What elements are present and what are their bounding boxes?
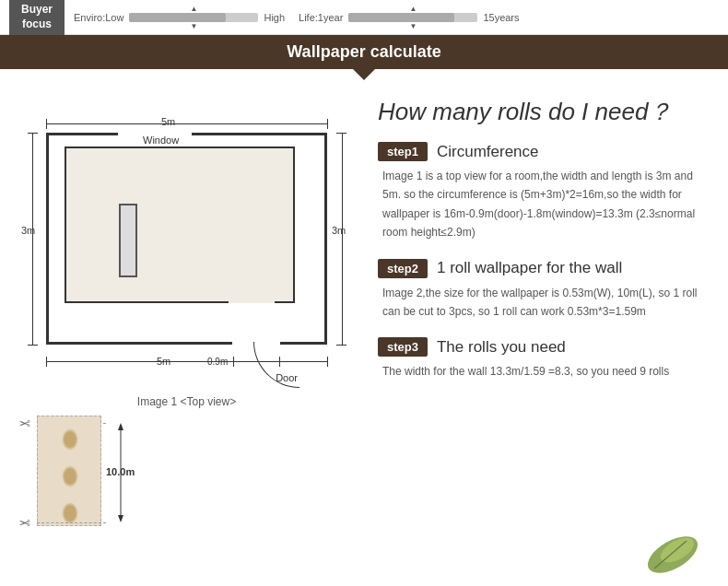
dim-tick-left — [46, 119, 47, 129]
life-slider[interactable] — [348, 13, 477, 22]
step3-section: step3 The rolls you need The width for t… — [378, 337, 714, 381]
section-header: Wallpaper calculate — [0, 35, 728, 69]
dim-tick-rt — [336, 133, 346, 134]
inner-room — [65, 146, 295, 303]
strip-dim-arrow — [115, 423, 126, 522]
dim-right-3m: 3m — [332, 225, 346, 236]
life-15years-label: 15years — [483, 12, 519, 23]
step2-title: 1 roll wallpaper for the wall — [437, 259, 622, 277]
scissors-bottom-icon: ✂ — [18, 515, 30, 532]
life-slider-group: Life:1year ▲ ▼ 15years — [299, 5, 519, 30]
enviro-high-label: High — [264, 12, 285, 23]
step2-badge: step2 — [378, 259, 428, 278]
dim-tick-br — [327, 357, 328, 367]
dim-0-9m: 0.9m — [207, 357, 228, 367]
svg-marker-1 — [118, 423, 123, 430]
enviro-slider[interactable] — [129, 13, 258, 22]
enviro-arrow-down: ▼ — [190, 22, 197, 30]
dim-tick-right — [327, 119, 328, 129]
wallpaper-strip-area: ✂ ✂ 10.0m — [14, 416, 198, 535]
left-object — [119, 204, 137, 277]
step3-header: step3 The rolls you need — [378, 337, 714, 357]
left-panel: 5m 1.8m 3m 3m 5m 0.9m — [0, 82, 369, 586]
life-arrow-up: ▲ — [409, 5, 417, 13]
dim-line-top — [46, 123, 327, 124]
wallpaper-pattern — [38, 416, 100, 525]
life-label: Life:1year — [299, 12, 343, 23]
step1-body: Image 1 is a top view for a room,the wid… — [378, 167, 714, 242]
step2-header: step2 1 roll wallpaper for the wall — [378, 259, 714, 278]
window-label: Window — [143, 135, 179, 146]
decorative-leaf — [627, 518, 700, 577]
step1-header: step1 Circumference — [378, 142, 714, 161]
dim-tick-dl — [233, 357, 234, 367]
dim-line-left — [32, 133, 33, 345]
dim-line-right — [342, 133, 343, 345]
dim-tick-t — [28, 133, 38, 134]
dim-tick-bl — [46, 357, 47, 367]
door-label: Door — [276, 372, 298, 383]
wallpaper-strip — [37, 416, 101, 526]
enviro-label: Enviro:Low — [74, 12, 123, 23]
step3-body: The width for the wall 13.3m/1.59 =8.3, … — [378, 362, 714, 381]
scissors-top-icon: ✂ — [18, 416, 30, 432]
dim-tick-b — [28, 345, 38, 346]
room-diagram: 5m 1.8m 3m 3m 5m 0.9m — [14, 105, 346, 391]
step1-title: Circumference — [437, 143, 539, 161]
enviro-arrow-up: ▲ — [190, 5, 197, 13]
right-panel: How many rolls do I need？ step1 Circumfe… — [369, 82, 728, 586]
dim-top-5m: 5m — [161, 116, 175, 127]
svg-marker-2 — [118, 515, 123, 522]
cut-line-bottom — [37, 522, 106, 523]
step2-body: Image 2,the size for the wallpaper is 0.… — [378, 284, 714, 322]
dim-bottom-5m: 5m — [157, 356, 170, 367]
main-content: 5m 1.8m 3m 3m 5m 0.9m — [0, 82, 728, 586]
step2-section: step2 1 roll wallpaper for the wall Imag… — [378, 259, 714, 322]
step1-badge: step1 — [378, 142, 428, 161]
enviro-slider-group: Enviro:Low ▲ ▼ High — [74, 5, 285, 30]
section-title: Wallpaper calculate — [287, 42, 440, 61]
step3-title: The rolls you need — [437, 338, 566, 357]
buyer-focus-label: Buyer focus — [9, 0, 65, 35]
dim-tick-rb — [336, 345, 346, 346]
step1-section: step1 Circumference Image 1 is a top vie… — [378, 142, 714, 242]
life-arrow-down: ▼ — [409, 22, 417, 30]
top-bar: Buyer focus Enviro:Low ▲ ▼ High Life:1ye… — [0, 0, 728, 35]
dim-left-3m: 3m — [21, 225, 35, 236]
image-caption: Image 1 <Top view> — [14, 395, 359, 408]
inner-door-gap — [229, 299, 275, 303]
main-question-title: How many rolls do I need？ — [378, 96, 714, 128]
step3-badge: step3 — [378, 337, 428, 357]
